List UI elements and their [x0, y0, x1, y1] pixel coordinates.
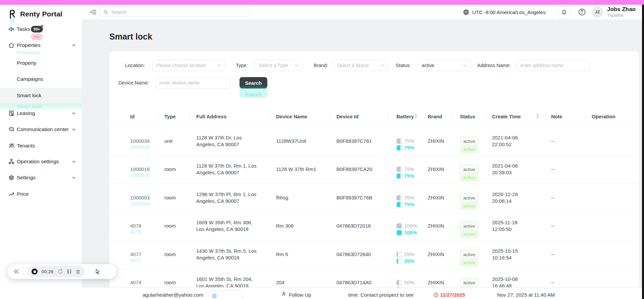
- cell-status: active active: [460, 250, 479, 259]
- sidebar-item-smart-lock[interactable]: Smart lock: [0, 91, 82, 100]
- sidebar-item-tenants[interactable]: Tenants: [0, 141, 82, 151]
- cell-create-time: 2025-11-18 12:05:50: [492, 219, 529, 233]
- brand-select[interactable]: Select a Brand: [333, 60, 388, 71]
- globe-icon: [463, 9, 469, 15]
- id-ghost: 1000034: [130, 144, 150, 151]
- id-ghost: 1000003: [130, 200, 150, 207]
- divider: [23, 268, 23, 275]
- device-name-input[interactable]: [155, 77, 231, 88]
- col-header-note: Note: [551, 109, 562, 125]
- cell-battery: 75% 75%: [396, 194, 414, 201]
- create-time-sort-icon[interactable]: [536, 114, 539, 118]
- cell-battery: 50% 50%: [396, 279, 414, 286]
- sidebar-item-campaigns[interactable]: Campaigns: [0, 74, 82, 84]
- tasks-badge-ghost: 99+: [31, 34, 43, 40]
- stop-recording-button[interactable]: [32, 268, 38, 275]
- id-ghost: 4077: [130, 257, 141, 264]
- cell-create-time: 2020-12-28 20:06:14: [492, 191, 529, 204]
- notifications-button[interactable]: [558, 6, 571, 19]
- search-button[interactable]: Search: [239, 77, 267, 88]
- table-header: Id Type Full Address Device Name Device …: [109, 109, 639, 125]
- column-divider: [585, 113, 585, 120]
- cell-device-id: B0F89397C781: [336, 138, 372, 144]
- cell-device-id: 047863D714A0: [336, 279, 371, 286]
- lease-document-icon: [8, 110, 15, 117]
- help-button[interactable]: [578, 8, 586, 16]
- sidebar-item-communication-center[interactable]: Communication center: [0, 125, 82, 134]
- cursor-mode-icon[interactable]: [95, 268, 101, 275]
- column-divider: [545, 113, 545, 120]
- cell-brand: ZHIXIN: [428, 223, 444, 229]
- sidebar-item-settings[interactable]: Settings: [0, 173, 82, 182]
- table-row: 1000003 1000003 room 1296 W 37th Pl, Rm …: [109, 184, 639, 212]
- delete-recording-icon[interactable]: [75, 269, 81, 275]
- type-select[interactable]: Select a Type: [255, 60, 303, 71]
- battery-ghost-icon: [396, 145, 402, 151]
- restart-recording-icon[interactable]: [57, 268, 63, 275]
- device-name-label: Device Name:: [118, 77, 149, 88]
- pause-recording-icon[interactable]: [67, 269, 71, 274]
- battery-ghost-icon: [396, 230, 402, 235]
- battery-icon: [396, 280, 402, 285]
- battery-sort-icon[interactable]: [415, 114, 417, 118]
- collapse-recorder-icon[interactable]: [13, 269, 19, 274]
- people-icon: [8, 142, 15, 149]
- screen-recorder-bar: 00:28: [7, 264, 116, 279]
- timezone-selector[interactable]: UTC -8:00 America/Los_Angeles: [463, 5, 545, 19]
- cell-id: 4074 4074: [130, 279, 141, 286]
- battery-ghost: 75%: [396, 144, 414, 151]
- avatar[interactable]: JZ: [592, 6, 603, 18]
- cell-battery: 25% 25%: [396, 251, 414, 258]
- bell-icon: [561, 9, 567, 15]
- sidebar-item-label: Tasks: [17, 24, 30, 34]
- col-header-device-id: Device Id: [336, 109, 359, 125]
- chat-icon: [8, 126, 15, 133]
- type-label: Type:: [236, 60, 248, 71]
- sidebar-item-label: Communication center: [17, 125, 69, 134]
- column-divider: [270, 113, 270, 120]
- sidebar-item-property[interactable]: Property: [0, 58, 82, 68]
- task-email: agularheather@yahoo.com: [143, 292, 203, 298]
- status-badge-ghost: active: [460, 259, 479, 266]
- sidebar-item-operation-settings[interactable]: Operation settings: [0, 157, 82, 166]
- id-ghost: 4078: [130, 229, 141, 235]
- sidebar-item-properties[interactable]: Properties: [0, 41, 82, 50]
- sidebar-item-tasks[interactable]: Tasks 99+: [0, 24, 82, 34]
- task-tag-pill[interactable]: [209, 290, 244, 299]
- cell-id: 4077 4077: [130, 251, 141, 258]
- cell-create-time: 2025-10-15 10:16:54: [492, 248, 529, 261]
- status-select[interactable]: active: [418, 60, 471, 71]
- chevron-up-icon: [72, 43, 76, 47]
- sidebar-item-label: Leasing: [17, 109, 35, 118]
- collapse-sidebar-icon[interactable]: [90, 8, 97, 16]
- home-icon: [8, 42, 15, 49]
- sidebar-item-label: Settings: [17, 173, 36, 182]
- column-divider: [330, 113, 330, 120]
- properties-ghost-label: Properties: [17, 50, 41, 56]
- cell-device-id: 047863D72640: [336, 251, 371, 258]
- cell-battery: 75% 75%: [396, 138, 414, 144]
- battery-ghost: 75%: [396, 173, 414, 179]
- cell-battery: 75% 75%: [396, 166, 414, 173]
- sidebar-item-leasing[interactable]: Leasing: [0, 109, 82, 118]
- col-header-create-time[interactable]: Create Time: [492, 109, 521, 125]
- address-name-input[interactable]: [516, 60, 590, 71]
- sidebar-item-price[interactable]: Price: [0, 189, 82, 199]
- table-row: 1000016 1000016 room 1128 W 37th Dr, Rm …: [109, 156, 639, 184]
- cell-battery: 100% 100%: [396, 223, 417, 229]
- chevron-down-icon: [463, 64, 467, 67]
- chevron-down-icon: [72, 176, 76, 180]
- location-select[interactable]: Please choose location: [152, 60, 225, 71]
- col-header-battery[interactable]: Battery: [396, 109, 414, 125]
- cell-type: room: [164, 279, 176, 286]
- due-date-text: 11/27/2025: [440, 292, 465, 298]
- cell-device-name: 204: [276, 279, 326, 286]
- brand-label: Brand:: [314, 60, 328, 71]
- page-title: Smart lock: [109, 32, 152, 42]
- cell-brand: ZHIXIN: [428, 279, 444, 286]
- cell-note: --: [551, 166, 554, 173]
- status-badge: active: [460, 222, 479, 231]
- cell-device-id: B0F89397CA20: [336, 166, 372, 173]
- search-input[interactable]: [111, 9, 246, 15]
- app-root: Renty Portal Smart lock Tasks 99+ 99+ Pr…: [0, 0, 644, 299]
